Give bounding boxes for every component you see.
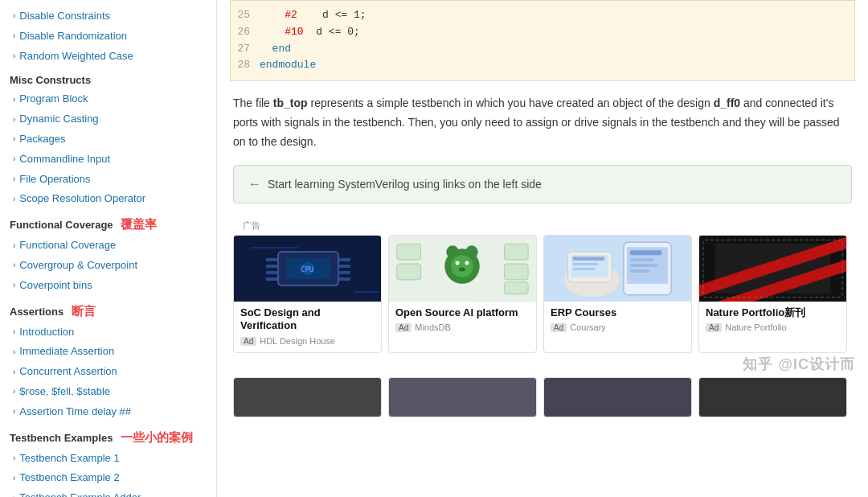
chevron-icon: ›	[13, 326, 15, 339]
svg-rect-24	[397, 264, 421, 280]
card-row2-2[interactable]	[388, 377, 537, 417]
sidebar-item-random-weighted-case[interactable]: › Random Weighted Case	[10, 47, 216, 67]
ad-tag-ai: Ad	[395, 323, 411, 332]
card-erp-ad: Ad Coursary	[551, 322, 685, 332]
chevron-icon: ›	[13, 385, 15, 398]
sidebar-item-disable-randomization[interactable]: › Disable Randomization	[10, 27, 216, 47]
svg-rect-23	[397, 244, 421, 260]
ad-tag-erp: Ad	[551, 323, 567, 332]
sidebar-item-testbench-example-2[interactable]: › Testbench Example 2	[10, 468, 216, 488]
card-ai[interactable]: Open Source AI platform Ad MindsDB	[388, 235, 537, 354]
tb-top-code: tb_top	[273, 97, 308, 109]
svg-rect-5	[266, 271, 277, 274]
annotation-assertions: 断言	[72, 304, 96, 318]
section-misc-constructs: Misc Constructs	[10, 74, 216, 86]
sidebar-item-concurrent-assertion[interactable]: › Concurrent Assertion	[10, 362, 216, 382]
sidebar-item-covergroup-coverpoint[interactable]: › Covergroup & Coverpoint	[10, 256, 216, 276]
chevron-icon: ›	[13, 173, 15, 186]
banner-text: Start learning SystemVerilog using links…	[268, 178, 542, 191]
sidebar-item-dynamic-casting[interactable]: › Dynamic Casting	[10, 109, 216, 129]
sidebar-item-file-operations[interactable]: › File Operations	[10, 170, 216, 190]
card-row2-4[interactable]	[698, 377, 847, 417]
main-content: 25 #2 d <= 1; 26 #10 d <= 0; 27 end 28 e…	[217, 0, 868, 497]
svg-point-21	[465, 261, 469, 265]
chevron-icon: ›	[13, 193, 15, 206]
chevron-icon: ›	[13, 472, 15, 485]
card-row2-3[interactable]	[543, 377, 692, 417]
svg-rect-38	[573, 257, 605, 261]
card-nature[interactable]: Nature Portfolio新刊 Ad Nature Portfolio	[698, 235, 847, 354]
section-testbench-examples: Testbench Examples 一些小的案例	[10, 430, 216, 446]
svg-point-19	[451, 255, 473, 277]
svg-rect-26	[504, 264, 528, 280]
chevron-icon: ›	[13, 10, 15, 23]
card-ai-ad: Ad MindsDB	[395, 322, 530, 332]
section-functional-coverage: Functional Coverage 覆盖率	[10, 217, 216, 232]
section-assertions: Assertions 断言	[10, 304, 216, 319]
card-row2-1[interactable]	[233, 377, 382, 417]
card-ai-title: Open Source AI platform	[395, 306, 530, 320]
svg-rect-7	[339, 258, 350, 261]
svg-rect-31	[630, 250, 662, 255]
card-soc[interactable]: CPU SoC Design and Verification Ad HDL D…	[233, 235, 382, 354]
arrow-icon: ←	[248, 177, 261, 191]
card-erp-body: ERP Courses Ad Coursary	[544, 302, 691, 339]
card-erp-title: ERP Courses	[551, 306, 685, 320]
d-ff0-code: d_ff0	[714, 97, 740, 109]
chevron-icon: ›	[13, 366, 15, 379]
svg-rect-3	[266, 258, 277, 261]
svg-text:CPU: CPU	[301, 265, 313, 273]
code-line-28: 28 endmodule	[231, 57, 854, 74]
cards-row: CPU SoC Design and Verification Ad HDL D…	[217, 235, 868, 364]
sidebar-item-rose-fell-stable[interactable]: › $rose, $fell, $stable	[10, 382, 216, 402]
svg-rect-27	[504, 281, 528, 294]
code-block: 25 #2 d <= 1; 26 #10 d <= 0; 27 end 28 e…	[230, 0, 855, 81]
sidebar-item-packages[interactable]: › Packages	[10, 129, 216, 150]
sidebar-item-introduction[interactable]: › Introduction	[10, 322, 216, 343]
ads-text: 广告	[243, 220, 260, 232]
card-erp[interactable]: ERP Courses Ad Coursary	[543, 235, 692, 354]
svg-rect-25	[504, 244, 528, 260]
chevron-icon: ›	[13, 279, 15, 292]
sidebar-item-testbench-example-1[interactable]: › Testbench Example 1	[10, 449, 216, 469]
card-nature-title: Nature Portfolio新刊	[706, 306, 840, 320]
watermark-text: 知乎 @IC设计而	[743, 355, 855, 374]
card-image-nature	[699, 236, 846, 302]
ad-tag-soc: Ad	[240, 337, 256, 346]
chevron-icon: ›	[13, 133, 15, 146]
card-nature-company: Nature Portfolio	[725, 322, 786, 332]
svg-rect-39	[573, 263, 599, 265]
annotation-testbench: 一些小的案例	[121, 430, 193, 444]
sidebar-item-program-block[interactable]: › Program Block	[10, 89, 216, 109]
sidebar-item-functional-coverage[interactable]: › Functional Coverage	[10, 236, 216, 256]
svg-rect-10	[339, 277, 350, 281]
chevron-icon: ›	[13, 113, 15, 126]
sidebar-item-assertion-time-delay[interactable]: › Assertion Time delay ##	[10, 402, 216, 422]
card-ai-body: Open Source AI platform Ad MindsDB	[389, 302, 536, 339]
code-line-26: 26 #10 d <= 0;	[231, 24, 854, 41]
svg-point-22	[459, 267, 465, 271]
watermark-area: 知乎 @IC设计而	[217, 355, 868, 374]
code-line-27: 27 end	[231, 41, 854, 58]
chevron-icon: ›	[13, 259, 15, 272]
sidebar-item-coverpoint-bins[interactable]: › Coverpoint bins	[10, 276, 216, 296]
sidebar-item-commandline-input[interactable]: › Commandline Input	[10, 150, 216, 170]
svg-rect-6	[266, 277, 277, 281]
svg-point-20	[456, 261, 460, 265]
sidebar-item-disable-constraints[interactable]: › Disable Constraints	[10, 6, 216, 27]
svg-rect-4	[266, 265, 277, 268]
card-soc-company: HDL Design House	[260, 336, 335, 346]
sidebar-item-immediate-assertion[interactable]: › Immediate Assertion	[10, 342, 216, 362]
card-soc-body: SoC Design and Verification Ad HDL Desig…	[234, 302, 381, 353]
card-soc-title: SoC Design and Verification	[240, 306, 375, 334]
sidebar: › Disable Constraints › Disable Randomiz…	[0, 0, 217, 497]
annotation-functional-coverage: 覆盖率	[121, 217, 157, 231]
svg-rect-8	[339, 265, 350, 268]
card-nature-ad: Ad Nature Portfolio	[706, 322, 840, 332]
code-line-25: 25 #2 d <= 1;	[231, 7, 854, 24]
sidebar-item-scope-resolution[interactable]: › Scope Resolution Operator	[10, 189, 216, 209]
chevron-icon: ›	[13, 50, 15, 63]
chevron-icon: ›	[13, 346, 15, 359]
chevron-icon: ›	[13, 452, 15, 465]
sidebar-item-testbench-example-adder[interactable]: › Testbench Example Adder	[10, 488, 216, 497]
